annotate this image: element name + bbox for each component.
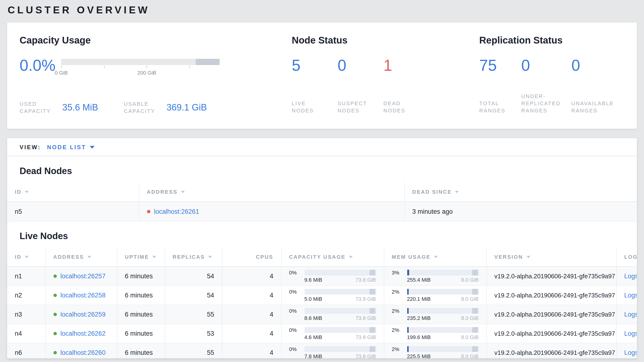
live-nodes-count: 5 (292, 56, 325, 75)
replicas-cell: 53 (165, 324, 222, 343)
logs-link[interactable]: Logs (624, 349, 637, 356)
node-list-dropdown[interactable]: NODE LIST (47, 144, 95, 150)
view-bar: VIEW: NODE LIST (7, 138, 637, 156)
live-node-row: n6 localhost:26260 6 minutes 55 4 0% 7.8… (7, 343, 637, 359)
capacity-usage-cell: 0% 5.0 MiB73.8 GiB (281, 286, 384, 305)
capacity-bar (61, 59, 220, 65)
capacity-total-value: 73.8 GiB (356, 277, 376, 283)
meter-end-segment (369, 289, 375, 295)
mem-total-value: 8.0 GiB (461, 296, 478, 302)
node-list-dropdown-value[interactable]: NODE LIST (47, 144, 86, 150)
meter-end-segment (369, 346, 375, 352)
meter-end-segment (472, 270, 478, 275)
capacity-usage-panel: Capacity Usage 0.0% 0 GiB 200 GiB (20, 34, 292, 129)
node-address-link[interactable]: localhost:26258 (60, 292, 106, 299)
node-address-cell: localhost:26262 (45, 324, 117, 343)
sort-icon (455, 191, 459, 193)
live-node-row: n2 localhost:26258 6 minutes 54 4 0% 5.0… (7, 286, 637, 305)
dead-col-dead-since[interactable]: DEAD SINCE (404, 182, 637, 202)
logs-link[interactable]: Logs (624, 292, 637, 299)
node-id-cell: n6 (7, 343, 45, 359)
capacity-meter-bar (304, 270, 376, 275)
cpus-cell: 4 (222, 286, 281, 305)
capacity-usage-cell: 0% 9.6 MiB73.8 GiB (281, 267, 384, 286)
live-col-uptime[interactable]: UPTIME (117, 247, 165, 267)
used-capacity-label: USED CAPACITY (20, 100, 51, 115)
usable-capacity-stat: USABLE CAPACITY 369.1 GiB (124, 100, 207, 115)
logs-link[interactable]: Logs (624, 311, 637, 318)
version-cell: v19.2.0-alpha.20190606-2491-gfe735c9a97 (486, 267, 616, 286)
live-nodes-label: LIVE NODES (292, 100, 325, 114)
chevron-down-icon (90, 146, 95, 148)
axis-tick (147, 66, 147, 68)
live-col-address[interactable]: ADDRESS (45, 247, 117, 267)
capacity-bar-chart: 0 GiB 200 GiB (61, 59, 220, 78)
node-address-link[interactable]: localhost:26261 (154, 208, 199, 215)
unavailable-ranges-count: 0 (572, 56, 611, 75)
live-col-replicas[interactable]: REPLICAS (165, 247, 222, 267)
meter-end-segment (369, 327, 375, 333)
node-address-link[interactable]: localhost:26259 (60, 311, 106, 318)
mem-usage-cell: 2% 220.1 MiB8.0 GiB (384, 286, 486, 305)
capacity-axis: 0 GiB 200 GiB (61, 65, 220, 78)
capacity-used-value: 5.0 MiB (304, 296, 322, 302)
capacity-percent-label: 0% (289, 270, 304, 276)
node-address-link[interactable]: localhost:26260 (60, 349, 106, 356)
page-title: CLUSTER OVERVIEW (0, 0, 644, 16)
capacity-percent-label: 0% (289, 327, 304, 333)
capacity-meter-bar (304, 289, 376, 295)
capacity-meter-bar (304, 327, 376, 333)
node-status-title: Node Status (292, 34, 479, 46)
node-address-cell: localhost:26260 (45, 343, 117, 359)
mem-meter-bar (407, 289, 478, 295)
logs-link[interactable]: Logs (624, 273, 637, 280)
capacity-total-value: 73.8 GiB (356, 296, 376, 302)
used-capacity-value: 35.6 MiB (62, 102, 98, 113)
replication-status-panel: Replication Status 75 TOTAL RANGES 0 UND… (479, 34, 624, 129)
mem-meter-bar (407, 346, 478, 352)
mem-meter-bar (407, 308, 478, 314)
capacity-percent-label: 0% (289, 308, 304, 314)
live-node-dot-icon (53, 351, 56, 354)
live-col-memory[interactable]: MEM USAGE (384, 247, 486, 267)
under-replicated-ranges-stat: 0 UNDER- REPLICATED RANGES (521, 56, 558, 114)
usable-capacity-value: 369.1 GiB (166, 102, 207, 113)
mem-percent-label: 3% (392, 270, 407, 276)
node-address-link[interactable]: localhost:26257 (60, 273, 106, 280)
live-col-capacity[interactable]: CAPACITY USAGE (281, 247, 384, 267)
suspect-nodes-label: SUSPECT NODES (338, 100, 371, 114)
capacity-meter-bar (304, 308, 376, 314)
node-status-panel: Node Status 5 LIVE NODES 0 SUSPECT NODES… (292, 34, 479, 129)
live-col-cpus[interactable]: CPUS (222, 247, 281, 267)
uptime-cell: 6 minutes (117, 324, 165, 343)
dead-col-id[interactable]: ID (7, 182, 139, 202)
capacity-usage-cell: 0% 8.6 MiB73.8 GiB (281, 305, 384, 324)
node-address-link[interactable]: localhost:26262 (60, 330, 106, 337)
version-cell: v19.2.0-alpha.20190606-2491-gfe735c9a97 (486, 286, 616, 305)
dead-nodes-stat: 1 DEAD NODES (383, 56, 417, 114)
dead-col-address[interactable]: ADDRESS (139, 182, 404, 202)
cluster-overview-page: CLUSTER OVERVIEW Capacity Usage 0.0% (0, 0, 644, 362)
meter-end-segment (472, 289, 478, 295)
mem-usage-cell: 2% 235.2 MiB8.0 GiB (384, 305, 486, 324)
replicas-cell: 55 (165, 343, 222, 359)
live-col-id[interactable]: ID (7, 247, 45, 267)
meter-end-segment (369, 270, 375, 275)
dead-nodes-label: DEAD NODES (383, 100, 417, 114)
mem-meter-bar (407, 327, 478, 333)
live-nodes-title: Live Nodes (20, 231, 637, 242)
uptime-cell: 6 minutes (117, 267, 165, 286)
live-node-dot-icon (53, 313, 56, 316)
sort-icon (152, 256, 156, 258)
logs-link[interactable]: Logs (624, 330, 637, 337)
live-col-version[interactable]: VERSION (486, 247, 616, 267)
capacity-usage-title: Capacity Usage (20, 34, 292, 46)
unavailable-ranges-stat: 0 UNAVAILABLE RANGES (572, 56, 611, 114)
axis-tick (61, 66, 62, 68)
mem-percent-label: 2% (392, 346, 407, 352)
dead-since-cell: 3 minutes ago (404, 202, 637, 221)
version-cell: v19.2.0-alpha.20190606-2491-gfe735c9a97 (486, 343, 616, 359)
capacity-used-value: 4.6 MiB (304, 334, 322, 340)
capacity-usage-cell: 0% 7.8 MiB73.8 GiB (281, 343, 384, 359)
version-cell: v19.2.0-alpha.20190606-2491-gfe735c9a97 (486, 324, 616, 343)
